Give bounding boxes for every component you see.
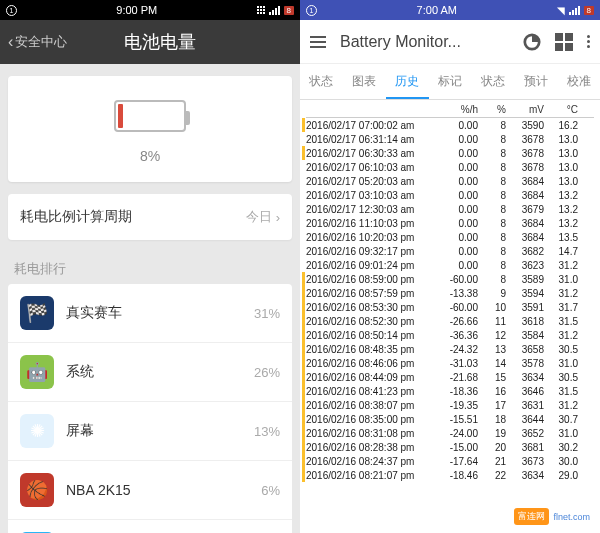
- app-name: 系统: [66, 363, 254, 381]
- app-icon: 🏁: [20, 296, 54, 330]
- status-bar-right: 1 7:00 AM ◥ 8: [300, 0, 600, 20]
- tab-4[interactable]: 状态: [471, 64, 514, 99]
- table-row[interactable]: 2016/02/17 03:10:03 am0.008368413.2: [306, 188, 594, 202]
- list-item[interactable]: ⇅网络连接2%: [8, 520, 292, 533]
- chevron-left-icon: ‹: [8, 33, 13, 51]
- table-row[interactable]: 2016/02/16 08:46:06 pm-31.0314357831.0: [306, 356, 594, 370]
- list-item[interactable]: 🏀NBA 2K156%: [8, 461, 292, 520]
- tab-2[interactable]: 历史: [386, 64, 429, 99]
- table-row[interactable]: 2016/02/16 10:20:03 pm0.008368413.5: [306, 230, 594, 244]
- battery-fill: [118, 104, 123, 128]
- table-row[interactable]: 2016/02/16 08:48:35 pm-24.3213365830.5: [306, 342, 594, 356]
- col-mv: mV: [506, 104, 544, 115]
- table-row[interactable]: 2016/02/16 09:32:17 pm0.008368214.7: [306, 244, 594, 258]
- app-list: 🏁真实赛车31%🤖系统26%✺屏幕13%🏀NBA 2K156%⇅网络连接2%: [8, 284, 292, 533]
- app-icon: 🏀: [20, 473, 54, 507]
- col-pct: %: [478, 104, 506, 115]
- table-row[interactable]: 2016/02/16 08:21:07 pm-18.4622363429.0: [306, 468, 594, 482]
- menu-icon[interactable]: [310, 36, 326, 48]
- app-icon: 🤖: [20, 355, 54, 389]
- table-row[interactable]: 2016/02/17 06:10:03 am0.008367813.0: [306, 160, 594, 174]
- tabs: 状态图表历史标记状态预计校准: [300, 64, 600, 100]
- apps-icon: [257, 6, 265, 14]
- col-pcth: %/h: [436, 104, 478, 115]
- app-name: 屏幕: [66, 422, 254, 440]
- battery-indicator: 8: [284, 6, 294, 15]
- table-row[interactable]: 2016/02/16 08:57:59 pm-13.389359431.2: [306, 286, 594, 300]
- app-title: Battery Monitor...: [340, 33, 509, 51]
- page-title: 电池电量: [67, 30, 252, 54]
- col-c: °C: [544, 104, 578, 115]
- table-row[interactable]: 2016/02/17 06:31:14 am0.008367813.0: [306, 132, 594, 146]
- tab-0[interactable]: 状态: [300, 64, 343, 99]
- pie-chart-icon[interactable]: [523, 33, 541, 51]
- table-row[interactable]: 2016/02/16 08:35:00 pm-15.5118364430.7: [306, 412, 594, 426]
- table-row[interactable]: 2016/02/16 08:53:30 pm-60.0010359131.7: [306, 300, 594, 314]
- phone-right: 1 7:00 AM ◥ 8 Battery Monitor... 状态图表历史标…: [300, 0, 600, 533]
- grid-view-icon[interactable]: [555, 33, 573, 51]
- tab-3[interactable]: 标记: [429, 64, 472, 99]
- toolbar-right: Battery Monitor...: [300, 20, 600, 64]
- history-table[interactable]: %/h % mV °C 2016/02/17 07:00:02 am0.0083…: [300, 100, 600, 484]
- back-button[interactable]: ‹ 安全中心: [8, 33, 67, 51]
- tab-1[interactable]: 图表: [343, 64, 386, 99]
- more-icon[interactable]: [587, 35, 590, 48]
- table-row[interactable]: 2016/02/16 11:10:03 pm0.008368413.2: [306, 216, 594, 230]
- table-row[interactable]: 2016/02/16 09:01:24 pm0.008362331.2: [306, 258, 594, 272]
- table-row[interactable]: 2016/02/16 08:44:09 pm-21.6815363430.5: [306, 370, 594, 384]
- tab-5[interactable]: 预计: [514, 64, 557, 99]
- app-percent: 31%: [254, 306, 280, 321]
- watermark: 富连网 flnet.com: [514, 508, 590, 525]
- list-item[interactable]: ✺屏幕13%: [8, 402, 292, 461]
- battery-card: 8%: [8, 76, 292, 182]
- battery-indicator: 8: [584, 6, 594, 15]
- watermark-text: flnet.com: [553, 512, 590, 522]
- table-row[interactable]: 2016/02/16 08:38:07 pm-19.3517363131.2: [306, 398, 594, 412]
- table-row[interactable]: 2016/02/16 08:52:30 pm-26.6611361831.5: [306, 314, 594, 328]
- app-icon: ✺: [20, 414, 54, 448]
- period-value: 今日: [246, 208, 272, 226]
- list-item[interactable]: 🏁真实赛车31%: [8, 284, 292, 343]
- chevron-right-icon: ›: [276, 210, 280, 225]
- notification-icon: 1: [6, 5, 17, 16]
- period-row[interactable]: 耗电比例计算周期 今日 ›: [8, 194, 292, 240]
- table-row[interactable]: 2016/02/16 08:41:23 pm-18.3616364631.5: [306, 384, 594, 398]
- back-label: 安全中心: [15, 33, 67, 51]
- table-row[interactable]: 2016/02/16 08:31:08 pm-24.0019365231.0: [306, 426, 594, 440]
- app-name: NBA 2K15: [66, 482, 261, 498]
- table-row[interactable]: 2016/02/16 08:24:37 pm-17.6421367330.0: [306, 454, 594, 468]
- table-row[interactable]: 2016/02/17 06:30:33 am0.008367813.0: [306, 146, 594, 160]
- signal-icon: [569, 6, 580, 15]
- phone-left: 1 9:00 PM 8 ‹ 安全中心 电池电量 8% 耗电比例计算周期 今日 ›…: [0, 0, 300, 533]
- table-row[interactable]: 2016/02/17 12:30:03 am0.008367913.2: [306, 202, 594, 216]
- table-row[interactable]: 2016/02/16 08:50:14 pm-36.3612358431.2: [306, 328, 594, 342]
- app-percent: 26%: [254, 365, 280, 380]
- table-row[interactable]: 2016/02/16 08:28:38 pm-15.0020368130.2: [306, 440, 594, 454]
- status-time: 9:00 PM: [116, 4, 157, 16]
- signal-icon: [269, 6, 280, 15]
- tab-6[interactable]: 校准: [557, 64, 600, 99]
- notification-icon: 1: [306, 5, 317, 16]
- watermark-badge: 富连网: [514, 508, 549, 525]
- app-name: 真实赛车: [66, 304, 254, 322]
- period-label: 耗电比例计算周期: [20, 208, 132, 226]
- header-left: ‹ 安全中心 电池电量: [0, 20, 300, 64]
- status-bar-left: 1 9:00 PM 8: [0, 0, 300, 20]
- table-row[interactable]: 2016/02/17 05:20:03 am0.008368413.0: [306, 174, 594, 188]
- battery-icon: [114, 100, 186, 132]
- list-item[interactable]: 🤖系统26%: [8, 343, 292, 402]
- rank-header: 耗电排行: [0, 250, 300, 284]
- wifi-icon: ◥: [557, 5, 565, 16]
- battery-percent: 8%: [8, 148, 292, 164]
- table-header: %/h % mV °C: [306, 102, 594, 118]
- table-row[interactable]: 2016/02/17 07:00:02 am0.008359016.2: [306, 118, 594, 132]
- status-time: 7:00 AM: [417, 4, 457, 16]
- app-percent: 13%: [254, 424, 280, 439]
- app-percent: 6%: [261, 483, 280, 498]
- table-row[interactable]: 2016/02/16 08:59:00 pm-60.008358931.0: [306, 272, 594, 286]
